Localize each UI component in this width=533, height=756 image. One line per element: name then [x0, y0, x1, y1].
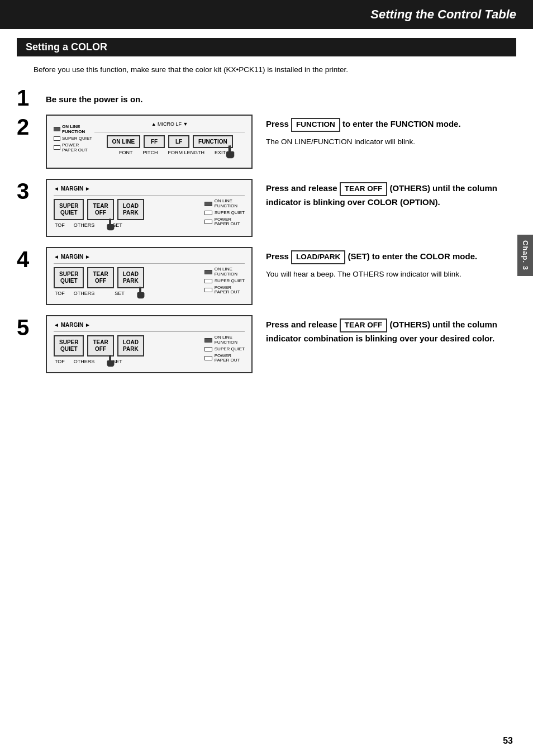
- step-3-panel: ◄ MARGIN ► SUPERQUIET TEAROFF LOADPARK: [46, 179, 253, 237]
- tof-label-3: TOF: [55, 222, 65, 228]
- step-1: 1 Be sure the power is on.: [17, 85, 516, 109]
- tear-off-key-3: TEAR OFF: [340, 182, 388, 196]
- cursor-hand-step5: [103, 353, 117, 368]
- panel-inner-5: SUPERQUIET TEAROFF LOADPARK TOF OTHERS S…: [54, 335, 199, 364]
- tear-off-btn-5: TEAROFF: [87, 335, 113, 356]
- margin-label-4: ◄ MARGIN ►: [54, 254, 245, 260]
- ind-rect-sq-4: [204, 279, 212, 283]
- step-2: 2 ON LINEFUNCTION SUPER QUIET POWE: [17, 115, 516, 169]
- step-5-panel: ◄ MARGIN ► SUPERQUIET TEAROFF LOADPARK: [46, 315, 253, 373]
- step-5-number: 5: [17, 315, 46, 339]
- panel-with-ind-3: SUPERQUIET TEAROFF LOADPARK TOF OTHERS: [54, 199, 245, 228]
- power-label: POWERPAPER OUT: [62, 142, 88, 153]
- load-park-key-4: LOAD/PARK: [291, 250, 345, 264]
- section-heading: Setting a COLOR: [17, 38, 516, 56]
- tear-off-key-5: TEAR OFF: [340, 318, 388, 332]
- tof-row-4: TOF OTHERS SET: [54, 291, 199, 296]
- panel-inner-3: SUPERQUIET TEAROFF LOADPARK TOF OTHERS: [54, 199, 199, 228]
- load-park-btn-5: LOADPARK: [117, 335, 144, 356]
- form-length-label: FORM LENGTH: [168, 150, 205, 155]
- step-2-sub: The ON LINE/FUNCTION indicator will blin…: [266, 136, 516, 148]
- lf-btn: LF: [168, 135, 189, 148]
- ind-sq-5: SUPER QUIET: [204, 347, 245, 352]
- ind-online-label-4: ON LINEFUNCTION: [215, 267, 237, 277]
- ind-rect-online-3: [204, 202, 212, 206]
- cursor-hand-step3: [103, 217, 117, 231]
- others-label-3: OTHERS: [74, 222, 95, 228]
- step-3-content: ◄ MARGIN ► SUPERQUIET TEAROFF LOADPARK: [46, 179, 516, 237]
- cursor-hand-step4: [133, 285, 147, 299]
- ind-online-3: ON LINEFUNCTION: [204, 199, 245, 209]
- step-1-label: Be sure the power is on.: [46, 90, 516, 104]
- step-5-main: Press and release TEAR OFF (OTHERS) unti…: [266, 318, 516, 344]
- step-4-text: Press LOAD/PARK (SET) to enter the COLOR…: [266, 247, 516, 280]
- pitch-label: PITCH: [143, 150, 158, 155]
- ind-rect-online-5: [204, 338, 212, 343]
- ind-pow-label-3: POWERPAPER OUT: [215, 217, 240, 227]
- font-label: FONT: [119, 150, 133, 155]
- ind-rect-pow-5: [204, 356, 212, 360]
- step-2-text: Press FUNCTION to enter the FUNCTION mod…: [266, 115, 516, 148]
- tof-row-3: TOF OTHERS SET: [54, 222, 199, 228]
- step-2-main: Press FUNCTION to enter the FUNCTION mod…: [266, 118, 516, 132]
- step-3-text: Press and release TEAR OFF (OTHERS) unti…: [266, 179, 516, 212]
- panel-inner-4: SUPERQUIET TEAROFF LOADPARK TOF OTHERS S…: [54, 267, 199, 296]
- step-3-number: 3: [17, 179, 46, 202]
- ind-rect-pow-4: [204, 288, 212, 292]
- step-1-number: 1: [17, 85, 46, 109]
- load-park-btn-3: LOADPARK: [117, 199, 144, 220]
- ind-online-label-3: ON LINEFUNCTION: [215, 199, 237, 209]
- ind-pow-label-5: POWERPAPER OUT: [215, 354, 240, 364]
- step-4-sub: You will hear a beep. The OTHERS row ind…: [266, 269, 516, 280]
- step-2-number: 2: [17, 115, 46, 138]
- ind-rect-online-4: [204, 270, 212, 274]
- step-4-number: 4: [17, 247, 46, 270]
- header-bar: Setting the Control Table: [0, 0, 533, 29]
- tear-off-btn-4: TEAROFF: [87, 267, 113, 288]
- step-5-text: Press and release TEAR OFF (OTHERS) unti…: [266, 315, 516, 349]
- step-4-content: ◄ MARGIN ► SUPERQUIET TEAROFF LOADPARK: [46, 247, 516, 305]
- ind-rect-sq-5: [204, 347, 212, 351]
- ind-sq-label-5: SUPER QUIET: [215, 347, 245, 352]
- ind-pow-4: POWERPAPER OUT: [204, 286, 245, 296]
- step-5-content: ◄ MARGIN ► SUPERQUIET TEAROFF LOADPARK: [46, 315, 516, 373]
- tear-off-btn-3: TEAROFF: [87, 199, 113, 220]
- step-3-main: Press and release TEAR OFF (OTHERS) unti…: [266, 182, 516, 208]
- step-1-text: Be sure the power is on.: [46, 85, 516, 104]
- ind-sq-4: SUPER QUIET: [204, 279, 245, 284]
- panel-with-ind-5: SUPERQUIET TEAROFF LOADPARK TOF OTHERS S…: [54, 335, 245, 364]
- margin-label-3: ◄ MARGIN ►: [54, 186, 245, 192]
- tof-label-4: TOF: [55, 291, 65, 296]
- panel-with-ind-4: SUPERQUIET TEAROFF LOADPARK TOF OTHERS S…: [54, 267, 245, 296]
- ind-online-label-5: ON LINEFUNCTION: [215, 335, 237, 345]
- step-4-main: Press LOAD/PARK (SET) to enter the COLOR…: [266, 250, 516, 264]
- others-label-5: OTHERS: [74, 359, 95, 364]
- right-indicators-3: ON LINEFUNCTION SUPER QUIET POWERPAPER O…: [204, 199, 245, 227]
- on-line-function-label: ON LINEFUNCTION: [62, 124, 85, 135]
- chap-tab: Chap. 3: [517, 235, 533, 276]
- super-quiet-btn-4: SUPERQUIET: [54, 267, 84, 288]
- ind-online-4: ON LINEFUNCTION: [204, 267, 245, 277]
- header-title: Setting the Control Table: [370, 7, 516, 22]
- online-btn: ON LINE: [107, 135, 141, 148]
- super-quiet-btn-5: SUPERQUIET: [54, 335, 84, 356]
- step-2-panel: ON LINEFUNCTION SUPER QUIET POWERPAPER O…: [46, 115, 253, 169]
- ind-rect-pow-3: [204, 220, 212, 224]
- right-indicators-4: ON LINEFUNCTION SUPER QUIET POWERPAPER O…: [204, 267, 245, 295]
- ind-sq-label-3: SUPER QUIET: [215, 211, 245, 216]
- ind-online-5: ON LINEFUNCTION: [204, 335, 245, 345]
- ind-sq-label-4: SUPER QUIET: [215, 279, 245, 284]
- step-4-panel: ◄ MARGIN ► SUPERQUIET TEAROFF LOADPARK: [46, 247, 253, 305]
- tof-row-5: TOF OTHERS SET: [54, 359, 199, 364]
- function-btn-step2: FUNCTION: [193, 135, 233, 148]
- page-number: 53: [503, 736, 513, 746]
- step-4: 4 ◄ MARGIN ► SUPERQUIET TEAROFF LOADPARK: [17, 247, 516, 305]
- function-key: FUNCTION: [291, 118, 340, 132]
- load-park-btn-4: LOADPARK: [117, 267, 144, 288]
- ind-pow-5: POWERPAPER OUT: [204, 354, 245, 364]
- ind-pow-3: POWERPAPER OUT: [204, 217, 245, 227]
- micro-lf-label: ▲ MICRO LF ▼: [151, 121, 188, 127]
- super-quiet-label: SUPER QUIET: [62, 136, 92, 141]
- set-label-4: SET: [115, 291, 125, 296]
- right-indicators-5: ON LINEFUNCTION SUPER QUIET POWERPAPER O…: [204, 335, 245, 363]
